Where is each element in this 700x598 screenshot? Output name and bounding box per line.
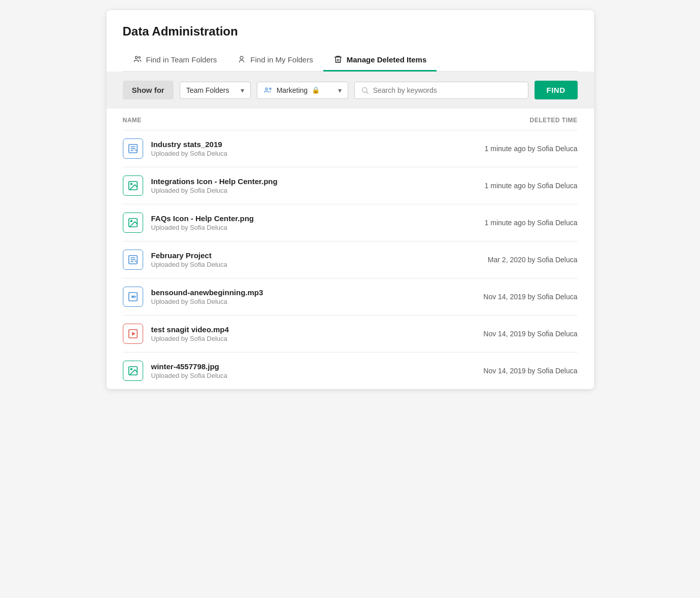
file-name: Industry stats_2019 [151,140,227,149]
file-icon [123,250,143,270]
row-info: winter-4557798.jpg Uploaded by Sofia Del… [151,362,227,379]
show-for-label: Show for [123,81,174,99]
row-left: test snagit video.mp4 Uploaded by Sofia … [123,324,415,344]
row-left: Integrations Icon - Help Center.png Uplo… [123,175,415,196]
trash-icon [334,55,343,64]
svg-point-5 [265,88,268,90]
deleted-time: 1 minute ago by Sofia Deluca [415,145,578,153]
search-bar[interactable] [354,82,528,99]
team-folders-icon [133,55,142,64]
file-name: Integrations Icon - Help Center.png [151,177,278,186]
table-row[interactable]: winter-4557798.jpg Uploaded by Sofia Del… [123,352,578,389]
row-left: Industry stats_2019 Uploaded by Sofia De… [123,138,415,159]
row-left: February Project Uploaded by Sofia Deluc… [123,250,415,270]
row-info: Industry stats_2019 Uploaded by Sofia De… [151,140,227,157]
row-info: Integrations Icon - Help Center.png Uplo… [151,177,278,194]
file-sub: Uploaded by Sofia Deluca [151,224,254,231]
file-icon [123,175,143,196]
file-sub: Uploaded by Sofia Deluca [151,187,278,194]
folder-name-label: Marketing [277,86,308,94]
tab-manage-deleted-label: Manage Deleted Items [347,55,427,64]
file-name: FAQs Icon - Help Center.png [151,214,254,223]
team-folder-icon [263,86,273,94]
svg-point-2 [240,56,243,59]
file-sub: Uploaded by Sofia Deluca [151,150,227,157]
file-name: bensound-anewbeginning.mp3 [151,288,263,297]
row-left: bensound-anewbeginning.mp3 Uploaded by S… [123,287,415,307]
row-info: bensound-anewbeginning.mp3 Uploaded by S… [151,288,263,305]
col-deleted-header: DELETED TIME [415,117,578,124]
file-sub: Uploaded by Sofia Deluca [151,372,227,379]
deleted-time: 1 minute ago by Sofia Deluca [415,182,578,190]
row-info: test snagit video.mp4 Uploaded by Sofia … [151,325,229,342]
lock-icon: 🔒 [312,86,320,94]
row-info: February Project Uploaded by Sofia Deluc… [151,251,227,268]
row-left: FAQs Icon - Help Center.png Uploaded by … [123,213,415,233]
main-card: Data Administration Find in Team Folders [107,10,594,389]
table-row[interactable]: test snagit video.mp4 Uploaded by Sofia … [123,315,578,352]
col-name-header: NAME [123,117,415,124]
tab-manage-deleted[interactable]: Manage Deleted Items [323,49,437,72]
file-sub: Uploaded by Sofia Deluca [151,335,229,342]
file-icon [123,138,143,159]
my-folders-icon [237,55,246,64]
file-name: test snagit video.mp4 [151,325,229,334]
svg-point-6 [270,88,271,89]
deleted-time: Nov 14, 2019 by Sofia Deluca [415,293,578,301]
table-row[interactable]: Integrations Icon - Help Center.png Uplo… [123,167,578,204]
deleted-time: Nov 14, 2019 by Sofia Deluca [415,330,578,338]
chevron-down-icon-2: ▾ [338,86,342,94]
tab-find-team-label: Find in Team Folders [146,55,217,64]
row-info: FAQs Icon - Help Center.png Uploaded by … [151,214,254,231]
deleted-time: Nov 14, 2019 by Sofia Deluca [415,367,578,375]
search-icon [361,86,369,94]
folder-type-label: Team Folders [186,86,229,94]
tab-find-team[interactable]: Find in Team Folders [123,49,227,72]
page-title: Data Administration [123,24,578,39]
file-sub: Uploaded by Sofia Deluca [151,298,263,305]
deleted-time: 1 minute ago by Sofia Deluca [415,219,578,227]
search-input[interactable] [373,86,522,94]
table-row[interactable]: Industry stats_2019 Uploaded by Sofia De… [123,130,578,167]
tab-find-my[interactable]: Find in My Folders [227,49,323,72]
tab-find-my-label: Find in My Folders [250,55,313,64]
table-row[interactable]: bensound-anewbeginning.mp3 Uploaded by S… [123,278,578,315]
svg-point-0 [135,56,138,59]
header: Data Administration Find in Team Folders [107,10,594,72]
folder-name-dropdown[interactable]: Marketing 🔒 ▾ [257,82,348,99]
svg-line-8 [366,92,369,94]
svg-marker-28 [132,332,135,335]
file-icon [123,361,143,381]
chevron-down-icon: ▾ [241,86,244,94]
file-name: February Project [151,251,227,260]
find-button[interactable]: FIND [535,81,578,99]
table-header: NAME DELETED TIME [123,109,578,130]
file-sub: Uploaded by Sofia Deluca [151,261,227,268]
svg-point-7 [362,87,366,92]
table-row[interactable]: February Project Uploaded by Sofia Deluc… [123,241,578,278]
file-name: winter-4557798.jpg [151,362,227,371]
toolbar: Show for Team Folders ▾ Marketing 🔒 ▾ [107,72,594,109]
folder-type-dropdown[interactable]: Team Folders ▾ [180,82,251,99]
table-rows: Industry stats_2019 Uploaded by Sofia De… [123,130,578,389]
file-icon [123,287,143,307]
svg-point-17 [130,220,132,222]
deleted-time: Mar 2, 2020 by Sofia Deluca [415,256,578,264]
svg-point-1 [139,57,140,58]
file-icon [123,324,143,344]
table-row[interactable]: FAQs Icon - Help Center.png Uploaded by … [123,204,578,241]
table-content: NAME DELETED TIME Industry stats_2019 Up… [107,109,594,389]
svg-point-15 [130,183,132,185]
svg-point-30 [130,368,132,370]
file-icon [123,213,143,233]
row-left: winter-4557798.jpg Uploaded by Sofia Del… [123,361,415,381]
tabs: Find in Team Folders Find in My Folders [123,49,578,72]
